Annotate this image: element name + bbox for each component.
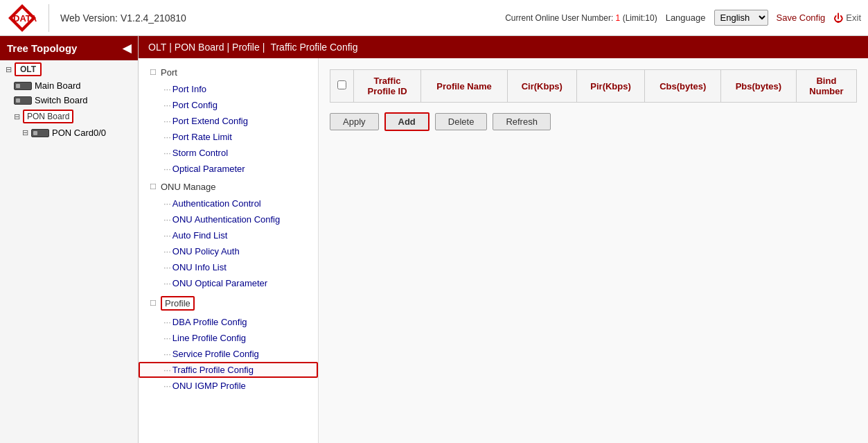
logo-icon: DATA bbox=[7, 3, 37, 33]
nav-onu-igmp-profile[interactable]: ···ONU IGMP Profile bbox=[139, 378, 318, 394]
content-area: OLT | PON Board | Profile | Traffic Prof… bbox=[139, 36, 868, 443]
breadcrumb-current: Traffic Profile Config bbox=[270, 42, 357, 53]
header: DATA Web Version: V1.2.4_210810 Current … bbox=[0, 0, 868, 36]
nav-section-profile-header[interactable]: ☐ Profile bbox=[139, 293, 318, 314]
col-cir: Cir(Kbps) bbox=[507, 70, 576, 103]
save-config-link[interactable]: Save Config bbox=[777, 12, 826, 23]
pon-card-icon bbox=[31, 129, 49, 137]
nav-section-port: ☐ Port ···Port Info ···Port Config ···Po… bbox=[139, 64, 318, 177]
nav-onu-optical-parameter[interactable]: ···ONU Optical Parameter bbox=[139, 275, 318, 291]
nav-section-onu-manage-header[interactable]: ☐ ONU Manage bbox=[139, 178, 318, 196]
col-cbs: Cbs(bytes) bbox=[645, 70, 721, 103]
exit-button[interactable]: ⏻ Exit bbox=[833, 12, 861, 24]
power-icon: ⏻ bbox=[833, 12, 843, 24]
nav-content: ☐ Port ···Port Info ···Port Config ···Po… bbox=[139, 64, 318, 395]
pon-board-toggle[interactable]: ⊟ bbox=[14, 112, 20, 121]
online-count: 1 bbox=[616, 13, 621, 23]
sidebar-collapse-icon[interactable]: ◀ bbox=[123, 42, 131, 55]
nav-port-rate-limit[interactable]: ···Port Rate Limit bbox=[139, 129, 318, 145]
nav-line-profile-config[interactable]: ···Line Profile Config bbox=[139, 330, 318, 346]
nav-auto-find-list[interactable]: ···Auto Find List bbox=[139, 227, 318, 243]
select-all-checkbox[interactable] bbox=[337, 80, 346, 89]
button-row: Apply Add Delete Refresh bbox=[330, 112, 857, 131]
apply-button[interactable]: Apply bbox=[330, 113, 379, 130]
main-layout: Tree Topology ◀ ⊟ OLT Main Board Switch … bbox=[0, 36, 868, 443]
svg-text:DATA: DATA bbox=[13, 13, 37, 24]
col-checkbox bbox=[330, 70, 354, 103]
sidebar-title: Tree Topology bbox=[7, 42, 77, 54]
pon-card-toggle[interactable]: ⊟ bbox=[22, 128, 28, 137]
header-right: Current Online User Number: 1 (Limit:10)… bbox=[505, 10, 861, 26]
language-select[interactable]: English Chinese bbox=[714, 10, 768, 26]
sidebar-item-pon-board[interactable]: ⊟ PON Board bbox=[0, 107, 138, 125]
refresh-button[interactable]: Refresh bbox=[493, 113, 551, 130]
nav-port-config[interactable]: ···Port Config bbox=[139, 97, 318, 113]
nav-dba-profile-config[interactable]: ···DBA Profile Config bbox=[139, 314, 318, 330]
online-users-label: Current Online User Number: 1 (Limit:10) bbox=[505, 13, 657, 23]
breadcrumb: OLT | PON Board | Profile | Traffic Prof… bbox=[139, 36, 868, 58]
olt-toggle[interactable]: ⊟ bbox=[6, 65, 12, 74]
nav-port-extend-config[interactable]: ···Port Extend Config bbox=[139, 113, 318, 129]
sidebar-header: Tree Topology ◀ bbox=[0, 36, 138, 60]
breadcrumb-profile[interactable]: Profile bbox=[232, 42, 260, 53]
nav-section-onu-manage: ☐ ONU Manage ···Authentication Control ·… bbox=[139, 178, 318, 291]
profile-toggle-icon: ☐ bbox=[150, 299, 157, 308]
right-panel: TrafficProfile ID Profile Name Cir(Kbps)… bbox=[319, 58, 868, 443]
nav-storm-control[interactable]: ···Storm Control bbox=[139, 145, 318, 161]
sidebar-label-pon-card: PON Card0/0 bbox=[52, 128, 106, 138]
traffic-profile-table: TrafficProfile ID Profile Name Cir(Kbps)… bbox=[330, 69, 857, 103]
web-version-text: Web Version: V1.2.4_210810 bbox=[60, 12, 505, 24]
olt-icon: OLT bbox=[15, 62, 42, 76]
sidebar: Tree Topology ◀ ⊟ OLT Main Board Switch … bbox=[0, 36, 139, 443]
nav-service-profile-config[interactable]: ···Service Profile Config bbox=[139, 346, 318, 362]
sidebar-label-switch-board: Switch Board bbox=[35, 95, 88, 105]
col-profile-name: Profile Name bbox=[421, 70, 508, 103]
switch-board-icon bbox=[14, 96, 32, 105]
nav-section-port-header[interactable]: ☐ Port bbox=[139, 64, 318, 81]
logo-area: DATA bbox=[7, 4, 49, 32]
main-board-icon bbox=[14, 82, 32, 90]
language-label: Language bbox=[666, 12, 706, 23]
col-pbs: Pbs(bytes) bbox=[721, 70, 797, 103]
nav-onu-info-list[interactable]: ···ONU Info List bbox=[139, 259, 318, 275]
sidebar-item-main-board[interactable]: Main Board bbox=[0, 78, 138, 93]
left-nav: ☐ Port ···Port Info ···Port Config ···Po… bbox=[139, 58, 319, 443]
nav-port-info[interactable]: ···Port Info bbox=[139, 81, 318, 97]
nav-onu-authentication-config[interactable]: ···ONU Authentication Config bbox=[139, 211, 318, 227]
col-bind-number: BindNumber bbox=[796, 70, 856, 103]
content-main: ☐ Port ···Port Info ···Port Config ···Po… bbox=[139, 58, 868, 443]
nav-optical-parameter[interactable]: ···Optical Parameter bbox=[139, 161, 318, 177]
add-button[interactable]: Add bbox=[384, 112, 429, 131]
nav-profile-label: Profile bbox=[161, 296, 195, 311]
nav-traffic-profile-config[interactable]: ···Traffic Profile Config bbox=[139, 362, 318, 378]
sidebar-item-switch-board[interactable]: Switch Board bbox=[0, 93, 138, 107]
breadcrumb-olt[interactable]: OLT bbox=[148, 42, 166, 53]
nav-port-label: Port bbox=[161, 67, 177, 78]
nav-onu-manage-label: ONU Manage bbox=[161, 182, 215, 192]
sidebar-item-pon-card[interactable]: ⊟ PON Card0/0 bbox=[0, 125, 138, 140]
sidebar-label-main-board: Main Board bbox=[35, 80, 80, 91]
nav-onu-policy-auth[interactable]: ···ONU Policy Auth bbox=[139, 243, 318, 259]
sidebar-item-olt[interactable]: ⊟ OLT bbox=[0, 60, 138, 78]
port-toggle-icon: ☐ bbox=[150, 68, 157, 77]
pon-board-box: PON Board bbox=[23, 110, 73, 123]
nav-authentication-control[interactable]: ···Authentication Control bbox=[139, 196, 318, 211]
onu-manage-toggle-icon: ☐ bbox=[150, 182, 157, 191]
col-traffic-profile-id: TrafficProfile ID bbox=[354, 70, 421, 103]
delete-button[interactable]: Delete bbox=[435, 113, 488, 130]
col-pir: Pir(Kbps) bbox=[576, 70, 645, 103]
nav-section-profile: ☐ Profile ···DBA Profile Config ···Line … bbox=[139, 293, 318, 394]
breadcrumb-pon-board[interactable]: PON Board bbox=[175, 42, 224, 53]
